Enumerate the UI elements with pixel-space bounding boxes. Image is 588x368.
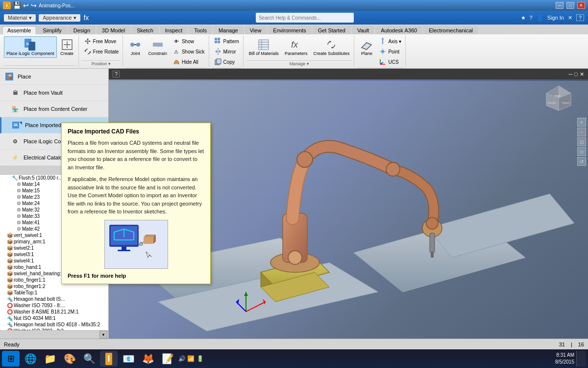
constrain-button[interactable]: Constrain <box>146 36 170 58</box>
taskbar-chrome-button[interactable]: 🎨 <box>61 351 78 367</box>
ucs-label: UCS <box>388 59 398 65</box>
formula-icon[interactable]: fx <box>83 14 89 22</box>
appearance-arrow: ▾ <box>74 15 76 21</box>
viewport-minimize-icon[interactable]: ─ <box>569 71 573 78</box>
time-display: 8:31 AM <box>555 352 574 359</box>
viewport-maximize-icon[interactable]: □ <box>574 71 578 78</box>
place-item-content-center[interactable]: 🏪 Place from Content Center <box>0 101 108 117</box>
place-ilogic-label: Place iLogic Component <box>6 52 54 56</box>
hide-all-icon: 🙈 <box>172 58 180 66</box>
create-button[interactable]: Create <box>58 36 76 58</box>
search-input[interactable] <box>256 13 354 23</box>
place-item-place[interactable]: 📦 Place <box>0 69 108 85</box>
tree-item-nut-iso[interactable]: 🔩 Nut ISO 4034 M8:1 <box>0 315 108 321</box>
mate33-icon: ⚙ <box>17 213 21 219</box>
taskbar-word-button[interactable]: 📝 <box>159 351 176 367</box>
close-button[interactable]: ✕ <box>577 2 585 9</box>
tab-inspect[interactable]: Inspect <box>160 26 188 34</box>
parameters-button[interactable]: fx Parameters <box>282 36 310 58</box>
position-buttons: Free Move Free Rotate <box>82 36 121 56</box>
app-icon: I <box>3 1 11 9</box>
scroll-down-button[interactable]: ▼ <box>99 331 107 339</box>
copy-button[interactable]: Copy <box>212 57 241 67</box>
tree-item-washer-asme[interactable]: ⭕ Washer 8 ASME B18.21.2M:1 <box>0 309 108 315</box>
free-move-button[interactable]: Free Move <box>82 36 121 46</box>
pattern-group-content: Pattern Mirror Copy <box>212 36 241 67</box>
show-icon: 👁 <box>172 37 180 45</box>
material-arrow: ▾ <box>29 15 32 21</box>
svg-text:📦: 📦 <box>7 74 13 80</box>
taskbar-outlook-button[interactable]: 📧 <box>120 351 137 367</box>
taskbar-search-button[interactable]: 🔍 <box>80 351 98 367</box>
start-button[interactable]: ⊞ <box>2 351 20 367</box>
place-ilogic-component-button[interactable]: ⊞ Place iLogic Component <box>4 36 57 58</box>
axis-button[interactable]: Axis ▾ <box>377 36 403 46</box>
hide-all-button[interactable]: 🙈 Hide All <box>171 57 207 67</box>
material-dropdown[interactable]: Material ▾ <box>4 14 36 22</box>
sign-in[interactable]: Sign In <box>547 15 564 21</box>
tab-environments[interactable]: Environments <box>268 26 311 34</box>
tree-item-washer-7093[interactable]: ⭕ Washer ISO 7093 - 8:... <box>0 302 108 309</box>
title-bar-left: I 💾 ↩ ↪ Animating-Pos... <box>3 1 74 9</box>
restore-button[interactable]: □ <box>566 2 574 9</box>
point-button[interactable]: Point <box>377 47 403 56</box>
swivel-hand-bearing-icon: 📦 <box>7 271 13 276</box>
pattern-button[interactable]: Pattern <box>212 36 241 46</box>
flush-icon: 🔧 <box>12 175 18 181</box>
appearance-dropdown[interactable]: Appearance ▾ <box>39 14 80 22</box>
tree-item-tabletop[interactable]: 📦 TableTop:1 <box>0 289 108 296</box>
undo-icon[interactable]: ↩ <box>23 1 29 9</box>
create-substitutes-button[interactable]: Create Substitutes <box>311 36 352 58</box>
tab-manage[interactable]: Manage <box>213 26 244 34</box>
taskbar-explorer-button[interactable]: 📁 <box>41 351 59 367</box>
manage-group-content: Bill of Materials fx Parameters Create S… <box>246 36 352 59</box>
tab-view[interactable]: View <box>245 26 267 34</box>
tab-vault[interactable]: Vault <box>352 26 374 34</box>
redo-icon[interactable]: ↪ <box>31 1 37 9</box>
show-button[interactable]: 👁 Show <box>171 36 207 46</box>
place-item-vault[interactable]: 🏛 Place from Vault <box>0 85 108 101</box>
tab-autodesk-360[interactable]: Autodesk A360 <box>375 26 422 34</box>
viewport-close-icon[interactable]: ✕ <box>580 71 584 78</box>
tree-item-robo-finger12[interactable]: 📦 robo_finger1:2 <box>0 283 108 289</box>
title-bar-controls: ─ □ ✕ <box>556 2 585 9</box>
vault-icon: 🏛 <box>10 87 21 98</box>
minimize-button[interactable]: ─ <box>556 2 564 9</box>
tab-3d-model[interactable]: 3D Model <box>97 26 130 34</box>
swivel41-label: swivel4:1 <box>14 258 34 263</box>
show-sick-button[interactable]: ⚠ Show Sick <box>171 47 207 56</box>
taskbar-ie-button[interactable]: 🌐 <box>22 351 39 367</box>
tab-electromechanical[interactable]: Electromechanical <box>423 26 478 34</box>
plane-button[interactable]: Plane <box>357 36 376 58</box>
tab-design[interactable]: Design <box>68 26 96 34</box>
bill-of-materials-button[interactable]: Bill of Materials <box>246 36 281 58</box>
joint-button[interactable]: Joint <box>126 36 145 58</box>
ucs-button[interactable]: UCS <box>377 57 403 67</box>
mirror-button[interactable]: Mirror <box>212 47 241 56</box>
svg-point-8 <box>130 43 134 47</box>
quick-save-icon[interactable]: 💾 <box>13 1 21 9</box>
show-desktop-button[interactable] <box>576 351 586 367</box>
tab-tools[interactable]: Tools <box>189 26 212 34</box>
pattern-icon <box>214 37 222 45</box>
close-icon[interactable]: ✕ <box>568 15 572 21</box>
help-icon[interactable]: ? <box>530 15 533 21</box>
tab-get-started[interactable]: Get Started <box>313 26 351 34</box>
tree-item-hex-bolt-4018[interactable]: 🔩 Hexagon head bolt ISO 4018 - M8x35:2 <box>0 321 108 328</box>
free-rotate-button[interactable]: Free Rotate <box>82 47 121 56</box>
header-left: Material ▾ Appearance ▾ fx <box>4 14 89 22</box>
tab-sketch[interactable]: Sketch <box>131 26 159 34</box>
tab-simplify[interactable]: Simplify <box>37 26 67 34</box>
create-label: Create <box>60 52 74 56</box>
viewport-help-icon[interactable]: ? <box>113 71 120 78</box>
vert-swivel-label: vert_swivel:1 <box>14 233 42 238</box>
tab-assemble[interactable]: Assemble <box>2 26 36 34</box>
explorer-icon: 📁 <box>44 353 56 365</box>
robo-hand-label: robo_hand:1 <box>14 264 41 270</box>
taskbar-firefox-button[interactable]: 🦊 <box>139 351 157 367</box>
help-btn-icon[interactable]: ? <box>576 14 584 21</box>
tree-item-hexagon-head-bolt[interactable]: 🔩 Hexagon head bolt IS... <box>0 296 108 302</box>
taskbar-inventor-button[interactable]: I <box>100 351 118 367</box>
show-label: Show <box>182 39 194 44</box>
title-text: Animating-Pos... <box>39 3 74 8</box>
